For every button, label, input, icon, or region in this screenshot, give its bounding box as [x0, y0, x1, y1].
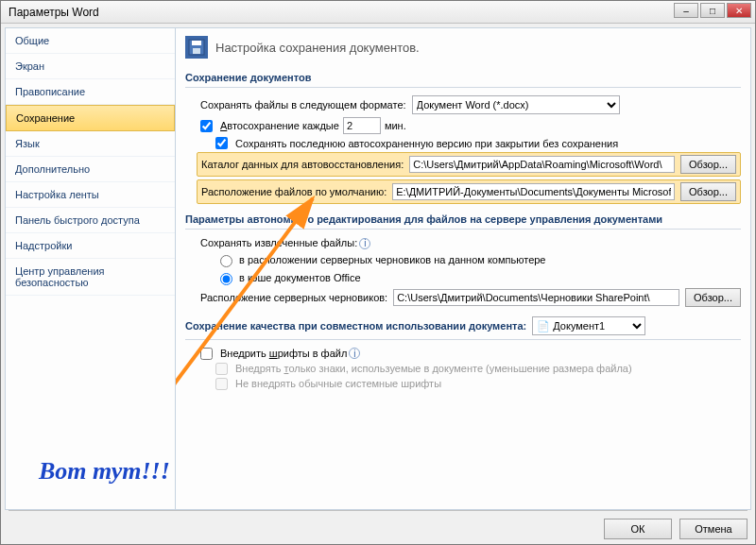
drafts-browse-button[interactable]: Обзор... [685, 288, 741, 307]
maximize-button[interactable]: □ [700, 3, 725, 18]
sidebar: Общие Экран Правописание Сохранение Язык… [6, 28, 176, 509]
sidebar-item-general[interactable]: Общие [6, 28, 175, 54]
dialog-footer: ОК Отмена [9, 510, 747, 540]
options-dialog: Параметры Word – □ ✕ Общие Экран Правопи… [0, 0, 756, 545]
drafts-path[interactable] [393, 289, 679, 306]
info-icon[interactable]: i [349, 348, 360, 359]
save-icon [185, 36, 208, 59]
keep-last-label: Сохранять последнюю автосохраненную верс… [235, 138, 618, 149]
close-button[interactable]: ✕ [727, 3, 751, 18]
sidebar-item-proofing[interactable]: Правописание [6, 79, 175, 105]
defaultloc-path[interactable] [392, 183, 675, 200]
autosave-interval[interactable] [343, 117, 381, 134]
sidebar-item-trust[interactable]: Центр управления безопасностью [6, 259, 175, 296]
titlebar: Параметры Word – □ ✕ [1, 1, 755, 24]
info-icon[interactable]: i [359, 238, 370, 249]
section-quality: Сохранение качества при совместном испол… [185, 313, 741, 340]
quality-doc-select[interactable]: 📄 Документ1 [532, 316, 645, 335]
cancel-button[interactable]: Отмена [679, 519, 747, 539]
not-embed-checkbox [215, 378, 228, 390]
drafts-local-label: в расположении серверных черновиков на д… [239, 254, 545, 265]
defaultloc-browse-button[interactable]: Обзор... [680, 182, 736, 201]
defaultloc-label: Расположение файлов по умолчанию: [201, 186, 387, 197]
embed-fonts-checkbox[interactable] [200, 348, 213, 360]
drafts-cache-label: в кэше документов Office [239, 272, 361, 283]
autorec-label: Каталог данных для автовосстановления: [201, 159, 404, 170]
embed-only-label: Внедрять только знаки, используемые в до… [235, 363, 632, 374]
page-subtitle: Настройка сохранения документов. [215, 41, 420, 55]
sidebar-item-qat[interactable]: Панель быстрого доступа [6, 208, 175, 233]
autosave-checkbox[interactable] [200, 120, 213, 132]
autosave-label: Автосохранение каждые [220, 120, 339, 131]
keep-last-checkbox[interactable] [215, 137, 228, 149]
svg-rect-2 [193, 48, 200, 54]
ok-button[interactable]: ОК [604, 519, 672, 539]
main-panel: Настройка сохранения документов. Сохране… [176, 28, 750, 509]
drafts-path-label: Расположение серверных черновиков: [200, 292, 387, 303]
sidebar-item-language[interactable]: Язык [6, 131, 175, 157]
save-format-select[interactable]: Документ Word (*.docx) [412, 95, 620, 114]
section-save-docs: Сохранение документов [185, 68, 741, 88]
save-checked-label: Сохранять извлеченные файлы:i [200, 237, 370, 249]
svg-rect-1 [192, 41, 201, 45]
autorec-browse-button[interactable]: Обзор... [680, 155, 736, 174]
not-embed-label: Не внедрять обычные системные шрифты [235, 378, 441, 389]
autosave-unit: мин. [385, 120, 406, 131]
save-format-label: Сохранять файлы в следующем формате: [200, 99, 406, 111]
drafts-cache-radio[interactable] [220, 273, 232, 285]
minimize-button[interactable]: – [674, 3, 698, 18]
embed-only-checkbox [215, 363, 228, 375]
sidebar-item-addins[interactable]: Надстройки [6, 233, 175, 259]
sidebar-item-ribbon[interactable]: Настройка ленты [6, 182, 175, 208]
drafts-local-radio[interactable] [220, 255, 232, 267]
sidebar-item-save[interactable]: Сохранение [6, 105, 175, 131]
window-title: Параметры Word [5, 6, 751, 19]
embed-fonts-label: Внедрить шрифты в файлi [220, 348, 360, 360]
autorec-path[interactable] [409, 156, 675, 173]
section-offline: Параметры автономного редактирования для… [185, 210, 741, 230]
sidebar-item-display[interactable]: Экран [6, 54, 175, 79]
sidebar-item-advanced[interactable]: Дополнительно [6, 157, 175, 182]
